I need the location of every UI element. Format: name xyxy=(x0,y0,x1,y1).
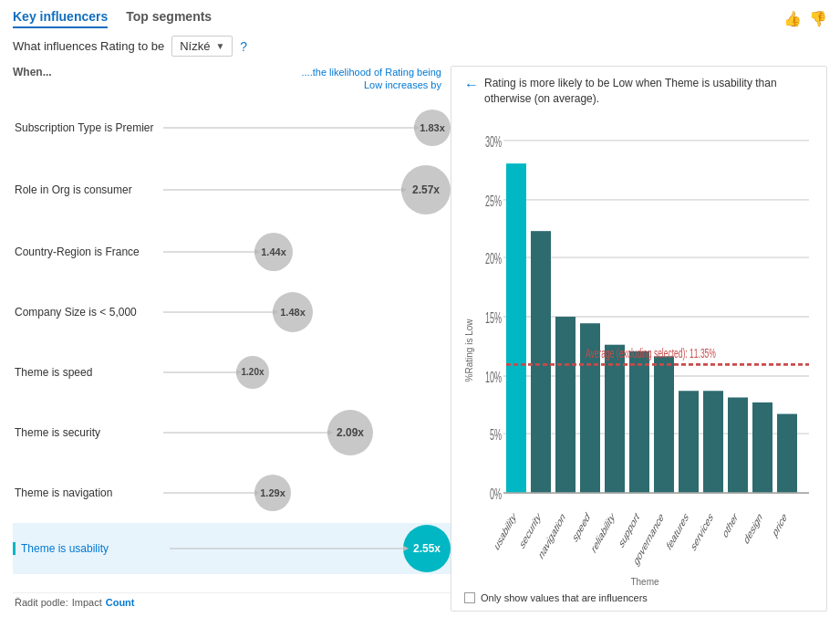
item-bubble: 2.57x xyxy=(401,165,451,214)
filter-label: What influences Rating to be xyxy=(13,39,164,53)
chart-grid: 30% 25% 20% 15% 10% 5% 0% xyxy=(476,114,814,575)
tabs-list: Key influencers Top segments xyxy=(13,9,212,28)
x-label-other: other xyxy=(721,508,739,540)
influencer-item[interactable]: Subscription Type is Premier 1.83x xyxy=(13,98,451,158)
influencer-item[interactable]: Theme is security 2.09x xyxy=(13,403,451,463)
arrow-line xyxy=(163,371,236,373)
arrow-line xyxy=(163,492,254,494)
sort-count-option[interactable]: Count xyxy=(106,597,135,608)
bar-reliability[interactable] xyxy=(605,344,625,492)
help-icon[interactable]: ? xyxy=(240,39,247,54)
tab-top-segments[interactable]: Top segments xyxy=(126,9,212,28)
bar-security[interactable] xyxy=(531,231,551,493)
bar-design[interactable] xyxy=(752,402,773,492)
bar-features[interactable] xyxy=(679,391,699,493)
chart-area: %Rating is Low xyxy=(464,114,814,587)
influencer-item[interactable]: Theme is speed 1.20x xyxy=(13,342,451,403)
bar-services[interactable] xyxy=(703,391,723,493)
arrow-line xyxy=(163,189,401,191)
average-line-label: Average (excluding selected): 11.35% xyxy=(586,345,716,361)
tabs-actions: 👍 👎 xyxy=(783,10,827,27)
bar-other[interactable] xyxy=(728,397,748,493)
chevron-down-icon: ▼ xyxy=(215,41,224,51)
influencer-item[interactable]: Company Size is < 5,000 1.48x xyxy=(13,282,451,342)
bar-chart-svg: 30% 25% 20% 15% 10% 5% 0% xyxy=(476,114,814,575)
highlight-bar xyxy=(13,542,16,555)
x-label-navigation: navigation xyxy=(537,508,566,561)
item-bubble: 1.83x xyxy=(414,110,451,146)
arrow-line xyxy=(163,311,273,313)
svg-text:15%: 15% xyxy=(485,309,502,327)
thumbs-up-icon[interactable]: 👍 xyxy=(783,10,802,27)
left-footer: Řadit podle: Impact Count xyxy=(13,592,451,612)
sort-label: Řadit podle: xyxy=(15,597,68,608)
item-label: Company Size is < 5,000 xyxy=(13,306,163,319)
influencers-checkbox[interactable] xyxy=(464,592,475,603)
left-panel: When... ....the likelihood of Rating bei… xyxy=(13,66,451,612)
x-label-security: security xyxy=(518,508,542,551)
influencer-item[interactable]: Country-Region is France 1.44x xyxy=(13,222,451,282)
svg-text:20%: 20% xyxy=(485,250,502,267)
item-bubble: 1.48x xyxy=(273,292,313,332)
rating-dropdown[interactable]: Nízké ▼ xyxy=(171,36,233,57)
column-headers: When... ....the likelihood of Rating bei… xyxy=(13,66,451,96)
item-label: Theme is security xyxy=(13,426,163,439)
sort-impact-option[interactable]: Impact xyxy=(72,597,102,608)
main-area: When... ....the likelihood of Rating bei… xyxy=(13,66,827,612)
item-bubble: 1.44x xyxy=(254,233,293,271)
item-label: Theme is speed xyxy=(13,366,163,379)
item-label: Country-Region is France xyxy=(13,246,163,258)
bar-navigation[interactable] xyxy=(555,317,576,493)
chart-inner: 30% 25% 20% 15% 10% 5% 0% xyxy=(476,114,814,587)
bar-price[interactable] xyxy=(777,413,797,493)
tabs-header: Key influencers Top segments 👍 👎 xyxy=(13,9,827,28)
checkbox-label: Only show values that are influencers xyxy=(481,592,648,603)
svg-text:30%: 30% xyxy=(485,133,502,151)
item-bubble: 2.09x xyxy=(327,410,373,455)
arrow-line xyxy=(163,251,254,253)
right-header: ← Rating is more likely to be Low when T… xyxy=(464,76,814,107)
svg-text:5%: 5% xyxy=(490,426,502,444)
item-label: Theme is navigation xyxy=(13,486,163,499)
right-panel: ← Rating is more likely to be Low when T… xyxy=(451,66,827,612)
x-label-services: services xyxy=(690,508,714,553)
influencer-item[interactable]: Theme is navigation 1.29x xyxy=(13,463,451,523)
arrow-line xyxy=(170,548,403,549)
svg-text:25%: 25% xyxy=(485,193,502,210)
svg-text:0%: 0% xyxy=(490,486,502,503)
thumbs-down-icon[interactable]: 👎 xyxy=(809,10,827,27)
influencer-item[interactable]: Role in Org is consumer 2.57x xyxy=(13,158,451,222)
checkbox-row: Only show values that are influencers xyxy=(464,592,814,603)
item-label: Role in Org is consumer xyxy=(13,183,163,196)
filter-row: What influences Rating to be Nízké ▼ ? xyxy=(13,36,827,57)
x-label-reliability: reliability xyxy=(590,508,616,555)
dropdown-value: Nízké xyxy=(180,39,210,53)
when-header: When... xyxy=(13,66,52,78)
bar-governance[interactable] xyxy=(654,356,674,493)
item-label: Subscription Type is Premier xyxy=(13,121,163,134)
x-label-design: design xyxy=(742,508,763,546)
y-axis-label: %Rating is Low xyxy=(464,114,474,587)
x-label-support: support xyxy=(617,508,641,550)
x-label-price: price xyxy=(771,508,788,539)
item-bubble: 2.55x xyxy=(403,525,451,572)
right-title: Rating is more likely to be Low when The… xyxy=(484,76,794,107)
x-label-usability: usability xyxy=(493,508,517,552)
bar-support[interactable] xyxy=(629,351,649,493)
x-label-speed: speed xyxy=(571,508,591,544)
bar-usability[interactable] xyxy=(506,163,526,493)
item-bubble: 1.29x xyxy=(254,475,291,511)
back-button[interactable]: ← xyxy=(464,77,479,93)
x-axis-label: Theme xyxy=(476,577,814,587)
item-label: Theme is usability xyxy=(19,542,170,555)
arrow-line xyxy=(163,127,414,129)
influencer-item[interactable]: Theme is usability 2.55x xyxy=(13,523,451,574)
tab-key-influencers[interactable]: Key influencers xyxy=(13,9,108,28)
influencer-list: Subscription Type is Premier 1.83x Role … xyxy=(13,98,451,591)
arrow-line xyxy=(163,432,327,434)
x-label-features: features xyxy=(665,508,690,552)
svg-text:10%: 10% xyxy=(485,369,502,386)
likelihood-header: ....the likelihood of Rating being Low i… xyxy=(296,66,441,92)
